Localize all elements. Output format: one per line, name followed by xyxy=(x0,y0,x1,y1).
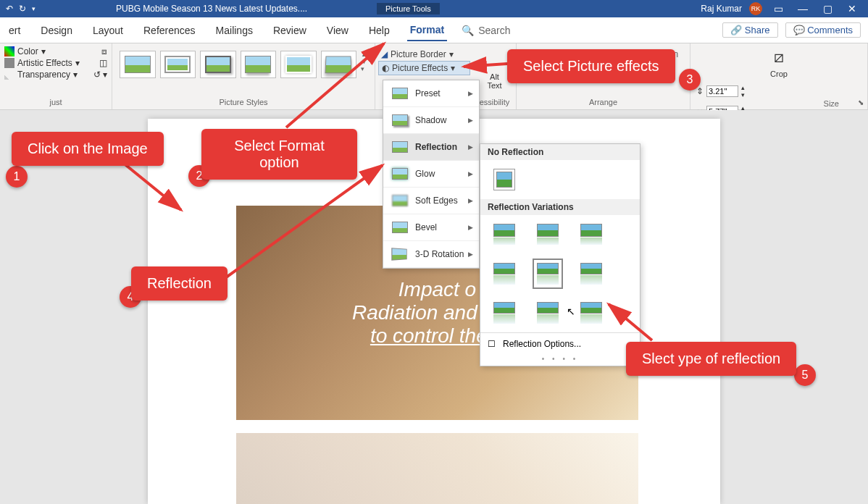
callout-2: Select Format option xyxy=(201,129,357,180)
style-thumb-5[interactable] xyxy=(280,51,317,78)
group-label-adjust: just xyxy=(4,98,107,106)
transparency-button[interactable]: Transparency ▾ xyxy=(4,70,78,80)
style-thumb-3[interactable] xyxy=(200,51,236,78)
refl-option-4[interactable] xyxy=(493,263,515,285)
checkbox-icon: ☐ xyxy=(488,339,496,349)
resize-handle-icon[interactable]: • • • • xyxy=(480,355,640,363)
refl-option-6[interactable] xyxy=(580,263,602,285)
reflection-options-button[interactable]: ☐ Reflection Options... xyxy=(480,332,640,355)
group-label-accessibility: essibility xyxy=(480,98,510,106)
group-picture-styles: ▲▼▾ Picture Styles xyxy=(112,43,375,109)
tab-view[interactable]: View xyxy=(324,20,351,41)
artistic-effects-button[interactable]: Artistic Effects ▾ xyxy=(4,58,80,68)
tab-references[interactable]: References xyxy=(141,20,199,41)
height-input[interactable]: ⇕▴▾ xyxy=(696,84,861,98)
fx-3d-rotation[interactable]: 3-D Rotation▶ xyxy=(383,241,479,268)
callout-4: Reflection xyxy=(131,266,228,301)
group-label-styles: Picture Styles xyxy=(117,98,370,106)
refl-option-none[interactable] xyxy=(493,169,515,190)
fx-shadow[interactable]: Shadow▶ xyxy=(383,107,479,134)
effects-icon: ◐ xyxy=(382,63,389,73)
undo-icon[interactable]: ↶ xyxy=(6,4,13,14)
alt-text-button[interactable]: Alt Text xyxy=(487,72,501,90)
refl-option-9[interactable] xyxy=(580,302,602,324)
fx-bevel[interactable]: Bevel▶ xyxy=(383,214,479,241)
refl-header-none: No Reflection xyxy=(480,144,640,160)
group-label-size: Size xyxy=(824,99,839,108)
search-placeholder: Search xyxy=(478,25,510,36)
fx-preset[interactable]: Preset▶ xyxy=(383,80,479,107)
style-thumb-2[interactable] xyxy=(160,51,196,78)
ribbon-display-icon[interactable]: ▭ xyxy=(769,3,787,14)
callout-num-5: 5 xyxy=(794,364,816,386)
picture-border-button[interactable]: ◢Picture Border ▾ xyxy=(378,48,470,61)
search-icon: 🔍 xyxy=(462,25,474,36)
redo-icon[interactable]: ↻ xyxy=(19,4,26,14)
maximize-icon[interactable]: ▢ xyxy=(819,3,836,14)
title-bar: ↶ ↻ ▾ PUBG Mobile Season 13 News Latest … xyxy=(0,0,868,17)
picture-effects-button[interactable]: ◐Picture Effects ▾ xyxy=(378,61,470,75)
reflection-submenu: No Reflection Reflection Variations ☐ Re… xyxy=(480,143,640,366)
refl-option-7[interactable] xyxy=(493,302,515,324)
refl-option-1[interactable] xyxy=(493,224,515,245)
tab-review[interactable]: Review xyxy=(270,20,309,41)
menu-bar: ert Design Layout References Mailings Re… xyxy=(0,17,868,43)
style-gallery-scroll[interactable]: ▲▼▾ xyxy=(361,51,367,78)
tab-help[interactable]: Help xyxy=(366,20,393,41)
tab-format[interactable]: Format xyxy=(407,20,447,41)
refl-option-3[interactable] xyxy=(580,224,602,245)
group-adjust: Color ▾⧈ Artistic Effects ▾◫ Transparenc… xyxy=(0,43,112,109)
fx-reflection[interactable]: Reflection▶ xyxy=(383,134,479,161)
callout-3: Select Picture effects xyxy=(507,49,675,83)
tab-insert[interactable]: ert xyxy=(6,20,23,41)
callout-num-1: 1 xyxy=(6,166,28,188)
callout-1: Click on the Image xyxy=(12,132,164,166)
share-button[interactable]: 🔗 Share xyxy=(722,22,777,38)
cursor-icon: ↖ xyxy=(567,306,575,317)
user-avatar[interactable]: RK xyxy=(749,2,762,15)
refl-option-8[interactable] xyxy=(537,302,559,324)
picture-effects-menu: Preset▶ Shadow▶ Reflection▶ Glow▶ Soft E… xyxy=(383,80,480,269)
minimize-icon[interactable]: — xyxy=(794,3,811,14)
refl-header-variations: Reflection Variations xyxy=(480,199,640,215)
border-icon: ◢ xyxy=(381,49,388,59)
style-thumb-1[interactable] xyxy=(120,51,156,78)
search-box[interactable]: 🔍 Search xyxy=(462,25,510,36)
compress-icon[interactable]: ◫ xyxy=(99,58,107,68)
comments-button[interactable]: 💬 Comments xyxy=(785,22,861,38)
fx-soft-edges[interactable]: Soft Edges▶ xyxy=(383,188,479,214)
dropdown-icon[interactable]: ▾ xyxy=(32,5,36,12)
height-icon: ⇕ xyxy=(696,86,704,96)
crop-button[interactable]: ⧄ Crop xyxy=(696,46,861,78)
refl-option-2[interactable] xyxy=(537,224,559,245)
tab-mailings[interactable]: Mailings xyxy=(213,20,256,41)
crop-icon: ⧄ xyxy=(774,48,784,67)
tab-design[interactable]: Design xyxy=(38,20,75,41)
image-text-line: Impact o xyxy=(398,278,476,301)
image-reflection: to control them xyxy=(236,433,638,504)
group-label-arrange: Arrange xyxy=(521,98,685,106)
remove-bg-icon[interactable]: ⧈ xyxy=(101,46,107,56)
quick-access: ↶ ↻ ▾ xyxy=(0,4,41,14)
callout-num-3: 3 xyxy=(679,69,701,91)
group-size: ⧄ Crop ⇕▴▾ ⇔▴▾ Size ⬊ xyxy=(690,43,868,109)
user-name: Raj Kumar xyxy=(701,4,742,14)
style-thumb-6[interactable] xyxy=(321,51,357,78)
picture-tools-tab[interactable]: Picture Tools xyxy=(377,3,440,14)
callout-5: Slect ype of reflection xyxy=(626,342,796,376)
refl-option-5[interactable] xyxy=(537,263,559,285)
size-dialog-launcher[interactable]: ⬊ xyxy=(858,98,864,106)
tab-layout[interactable]: Layout xyxy=(90,20,126,41)
style-thumb-4[interactable] xyxy=(241,51,277,78)
close-icon[interactable]: ✕ xyxy=(843,3,861,14)
fx-glow[interactable]: Glow▶ xyxy=(383,161,479,188)
document-title: PUBG Mobile Season 13 News Latest Update… xyxy=(116,4,307,14)
reset-icon[interactable]: ↺ ▾ xyxy=(93,70,107,80)
color-button[interactable]: Color ▾ xyxy=(4,46,46,56)
